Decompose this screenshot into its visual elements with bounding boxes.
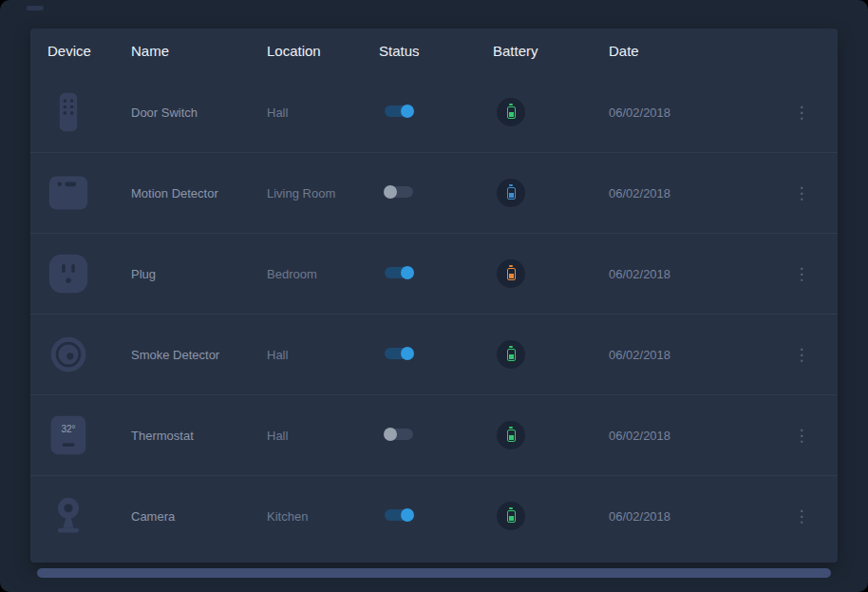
column-header-name: Name xyxy=(131,43,267,59)
table-row: Plug Bedroom 06/02/2018 ⋮ xyxy=(30,233,838,314)
battery-badge xyxy=(497,259,525,288)
device-name: Motion Detector xyxy=(131,186,267,201)
row-menu-button[interactable]: ⋮ xyxy=(788,262,816,286)
device-icon-cell xyxy=(47,172,131,214)
row-menu-button[interactable]: ⋮ xyxy=(788,505,816,528)
device-table-card: Device Name Location Status Battery Date… xyxy=(30,29,838,563)
device-location: Living Room xyxy=(267,186,379,201)
device-icon-cell xyxy=(47,91,131,133)
table-header: Device Name Location Status Battery Date xyxy=(30,29,838,72)
device-date: 06/02/2018 xyxy=(609,429,783,443)
battery-badge xyxy=(497,98,525,126)
device-name: Thermostat xyxy=(131,429,267,443)
status-toggle[interactable] xyxy=(385,186,413,198)
battery-icon xyxy=(507,349,516,361)
status-cell xyxy=(379,429,493,443)
status-toggle[interactable] xyxy=(385,105,413,117)
table-body: Door Switch Hall 06/02/2018 ⋮ Motion Det… xyxy=(30,72,838,556)
battery-cell xyxy=(493,98,609,126)
device-name: Plug xyxy=(131,267,267,281)
status-toggle[interactable] xyxy=(385,429,413,440)
toggle-knob xyxy=(401,347,414,360)
status-cell xyxy=(379,348,493,362)
table-row: Door Switch Hall 06/02/2018 ⋮ xyxy=(30,72,838,152)
battery-cell xyxy=(493,259,609,288)
device-date: 06/02/2018 xyxy=(609,509,783,524)
battery-cell xyxy=(493,502,609,530)
remote-icon xyxy=(47,91,89,133)
plug-icon xyxy=(47,253,89,295)
battery-badge xyxy=(497,421,525,449)
device-name: Smoke Detector xyxy=(131,348,267,362)
column-header-device: Device xyxy=(47,43,131,59)
device-date: 06/02/2018 xyxy=(609,105,783,120)
device-name: Door Switch xyxy=(131,105,267,120)
status-cell xyxy=(379,509,493,524)
device-location: Hall xyxy=(267,348,379,362)
status-cell xyxy=(379,186,493,201)
column-header-battery: Battery xyxy=(493,43,609,59)
battery-badge xyxy=(497,340,525,369)
toggle-knob xyxy=(384,185,397,199)
device-name: Camera xyxy=(131,509,267,524)
toggle-knob xyxy=(401,266,414,279)
battery-icon xyxy=(507,430,516,442)
toggle-knob xyxy=(401,105,414,118)
battery-cell xyxy=(493,421,609,449)
device-location: Hall xyxy=(267,105,379,120)
device-date: 06/02/2018 xyxy=(609,186,783,201)
status-toggle[interactable] xyxy=(385,509,413,521)
column-header-status: Status xyxy=(379,43,493,59)
battery-icon xyxy=(507,187,516,200)
row-menu-button[interactable]: ⋮ xyxy=(788,181,816,205)
thermostat-icon xyxy=(47,414,89,456)
battery-icon xyxy=(507,268,516,280)
table-row: Camera Kitchen 06/02/2018 ⋮ xyxy=(30,475,838,556)
device-location: Hall xyxy=(267,429,379,443)
table-row: Smoke Detector Hall 06/02/2018 ⋮ xyxy=(30,314,838,394)
device-location: Kitchen xyxy=(267,509,379,524)
device-icon-cell xyxy=(47,253,131,295)
status-cell xyxy=(379,105,493,120)
device-icon-cell xyxy=(47,414,131,456)
column-header-location: Location xyxy=(267,43,379,59)
bottom-panel-edge xyxy=(37,568,831,578)
camera-icon xyxy=(47,495,89,537)
battery-icon xyxy=(507,510,516,523)
battery-cell xyxy=(493,340,609,369)
device-icon-cell xyxy=(47,495,131,537)
row-menu-button[interactable]: ⋮ xyxy=(788,101,816,124)
table-row: Thermostat Hall 06/02/2018 ⋮ xyxy=(30,394,838,475)
column-header-date: Date xyxy=(609,43,783,59)
motion-icon xyxy=(47,172,89,214)
device-location: Bedroom xyxy=(267,267,379,281)
toggle-knob xyxy=(401,508,414,522)
battery-badge xyxy=(497,502,525,530)
battery-badge xyxy=(497,179,525,207)
smoke-icon xyxy=(47,334,89,375)
device-icon-cell xyxy=(47,334,131,375)
app-window: Device Name Location Status Battery Date… xyxy=(0,0,868,592)
status-toggle[interactable] xyxy=(385,267,413,278)
battery-cell xyxy=(493,179,609,207)
status-cell xyxy=(379,267,493,281)
row-menu-button[interactable]: ⋮ xyxy=(788,424,816,448)
row-menu-button[interactable]: ⋮ xyxy=(788,343,816,367)
device-date: 06/02/2018 xyxy=(609,267,783,281)
status-toggle[interactable] xyxy=(385,348,413,359)
battery-icon xyxy=(507,106,516,119)
table-row: Motion Detector Living Room 06/02/2018 ⋮ xyxy=(30,152,838,233)
device-date: 06/02/2018 xyxy=(609,348,783,362)
toggle-knob xyxy=(384,428,397,441)
window-accent-dash xyxy=(27,6,44,10)
